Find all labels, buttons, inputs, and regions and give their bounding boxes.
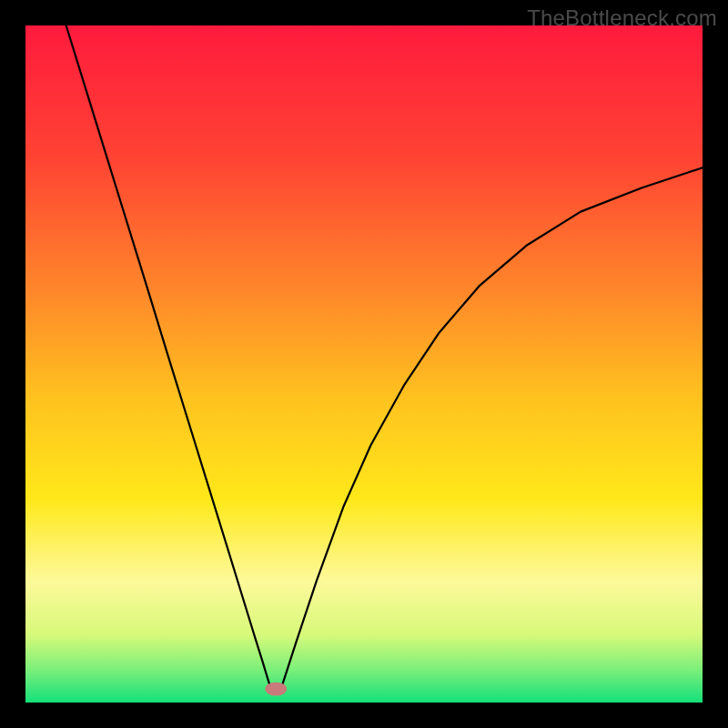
watermark-text: TheBottleneck.com (527, 5, 717, 31)
chart-svg (25, 25, 703, 703)
chart-plot-area (25, 25, 703, 703)
chart-frame: TheBottleneck.com (0, 0, 728, 728)
chart-background (25, 25, 703, 703)
minimum-point (265, 682, 287, 696)
